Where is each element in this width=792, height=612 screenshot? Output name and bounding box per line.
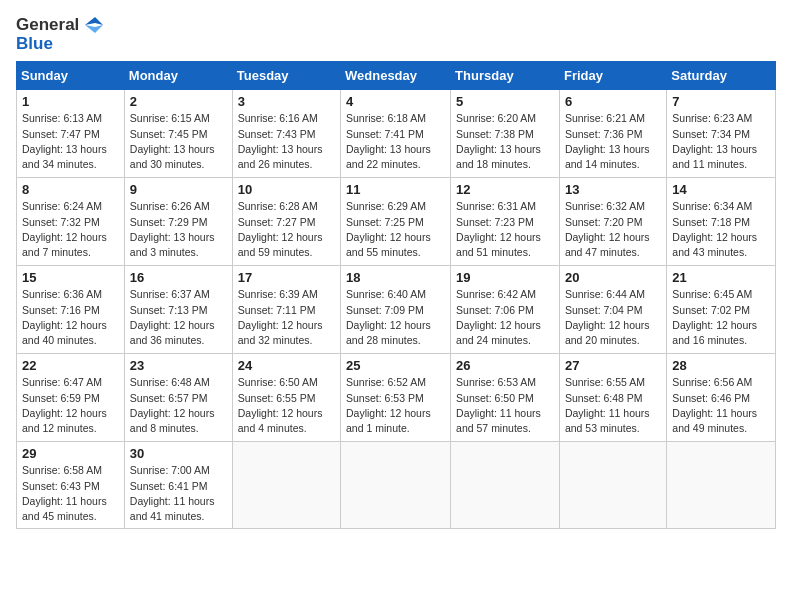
svg-marker-0 [85, 17, 103, 25]
page-header: General Blue [16, 16, 776, 53]
day-cell-19: 19 Sunrise: 6:42 AMSunset: 7:06 PMDaylig… [451, 266, 560, 354]
empty-cell [559, 442, 666, 529]
logo-bird-icon [81, 17, 103, 33]
empty-cell [341, 442, 451, 529]
col-tuesday: Tuesday [232, 62, 340, 90]
day-cell-28: 28 Sunrise: 6:56 AMSunset: 6:46 PMDaylig… [667, 354, 776, 442]
day-cell-30: 30 Sunrise: 7:00 AMSunset: 6:41 PMDaylig… [124, 442, 232, 529]
week-row-5: 29 Sunrise: 6:58 AMSunset: 6:43 PMDaylig… [17, 442, 776, 529]
day-cell-5: 5 Sunrise: 6:20 AMSunset: 7:38 PMDayligh… [451, 90, 560, 178]
col-wednesday: Wednesday [341, 62, 451, 90]
day-cell-22: 22 Sunrise: 6:47 AMSunset: 6:59 PMDaylig… [17, 354, 125, 442]
day-cell-17: 17 Sunrise: 6:39 AMSunset: 7:11 PMDaylig… [232, 266, 340, 354]
day-cell-7: 7 Sunrise: 6:23 AMSunset: 7:34 PMDayligh… [667, 90, 776, 178]
day-cell-13: 13 Sunrise: 6:32 AMSunset: 7:20 PMDaylig… [559, 178, 666, 266]
day-cell-21: 21 Sunrise: 6:45 AMSunset: 7:02 PMDaylig… [667, 266, 776, 354]
day-cell-27: 27 Sunrise: 6:55 AMSunset: 6:48 PMDaylig… [559, 354, 666, 442]
calendar-table: Sunday Monday Tuesday Wednesday Thursday… [16, 61, 776, 529]
col-monday: Monday [124, 62, 232, 90]
day-cell-3: 3 Sunrise: 6:16 AMSunset: 7:43 PMDayligh… [232, 90, 340, 178]
day-cell-4: 4 Sunrise: 6:18 AMSunset: 7:41 PMDayligh… [341, 90, 451, 178]
empty-cell [451, 442, 560, 529]
day-cell-15: 15 Sunrise: 6:36 AMSunset: 7:16 PMDaylig… [17, 266, 125, 354]
week-row-3: 15 Sunrise: 6:36 AMSunset: 7:16 PMDaylig… [17, 266, 776, 354]
day-cell-16: 16 Sunrise: 6:37 AMSunset: 7:13 PMDaylig… [124, 266, 232, 354]
day-cell-1: 1 Sunrise: 6:13 AMSunset: 7:47 PMDayligh… [17, 90, 125, 178]
day-cell-18: 18 Sunrise: 6:40 AMSunset: 7:09 PMDaylig… [341, 266, 451, 354]
day-cell-26: 26 Sunrise: 6:53 AMSunset: 6:50 PMDaylig… [451, 354, 560, 442]
day-cell-8: 8 Sunrise: 6:24 AMSunset: 7:32 PMDayligh… [17, 178, 125, 266]
col-friday: Friday [559, 62, 666, 90]
logo: General Blue [16, 16, 103, 53]
week-row-2: 8 Sunrise: 6:24 AMSunset: 7:32 PMDayligh… [17, 178, 776, 266]
day-cell-9: 9 Sunrise: 6:26 AMSunset: 7:29 PMDayligh… [124, 178, 232, 266]
day-cell-11: 11 Sunrise: 6:29 AMSunset: 7:25 PMDaylig… [341, 178, 451, 266]
day-cell-29: 29 Sunrise: 6:58 AMSunset: 6:43 PMDaylig… [17, 442, 125, 529]
day-cell-6: 6 Sunrise: 6:21 AMSunset: 7:36 PMDayligh… [559, 90, 666, 178]
day-cell-23: 23 Sunrise: 6:48 AMSunset: 6:57 PMDaylig… [124, 354, 232, 442]
svg-marker-1 [85, 25, 103, 33]
day-cell-20: 20 Sunrise: 6:44 AMSunset: 7:04 PMDaylig… [559, 266, 666, 354]
col-thursday: Thursday [451, 62, 560, 90]
day-cell-25: 25 Sunrise: 6:52 AMSunset: 6:53 PMDaylig… [341, 354, 451, 442]
col-saturday: Saturday [667, 62, 776, 90]
col-sunday: Sunday [17, 62, 125, 90]
day-cell-10: 10 Sunrise: 6:28 AMSunset: 7:27 PMDaylig… [232, 178, 340, 266]
day-cell-12: 12 Sunrise: 6:31 AMSunset: 7:23 PMDaylig… [451, 178, 560, 266]
header-row: Sunday Monday Tuesday Wednesday Thursday… [17, 62, 776, 90]
day-cell-24: 24 Sunrise: 6:50 AMSunset: 6:55 PMDaylig… [232, 354, 340, 442]
empty-cell [232, 442, 340, 529]
day-cell-14: 14 Sunrise: 6:34 AMSunset: 7:18 PMDaylig… [667, 178, 776, 266]
week-row-4: 22 Sunrise: 6:47 AMSunset: 6:59 PMDaylig… [17, 354, 776, 442]
week-row-1: 1 Sunrise: 6:13 AMSunset: 7:47 PMDayligh… [17, 90, 776, 178]
empty-cell [667, 442, 776, 529]
day-cell-2: 2 Sunrise: 6:15 AMSunset: 7:45 PMDayligh… [124, 90, 232, 178]
